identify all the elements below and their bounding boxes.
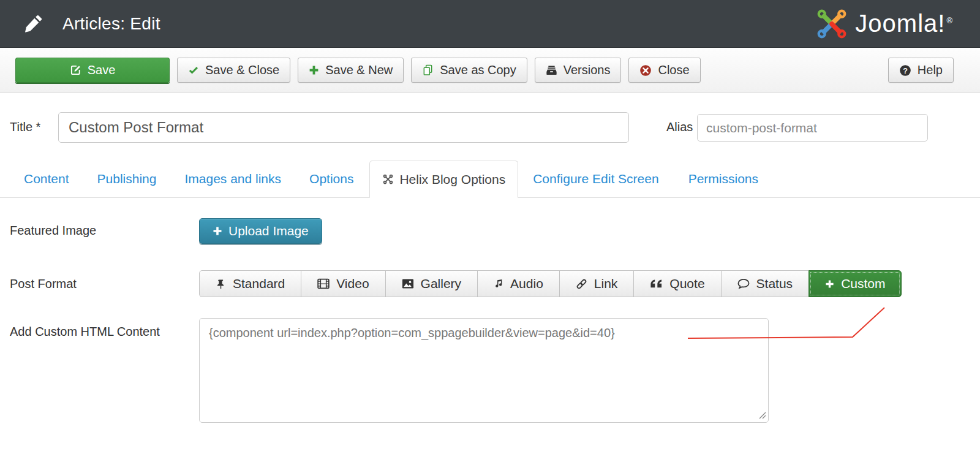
format-standard-button[interactable]: Standard: [199, 270, 301, 297]
save-as-copy-button[interactable]: Save as Copy: [411, 58, 527, 83]
versions-icon: [546, 64, 557, 76]
close-icon: [639, 64, 652, 77]
quote-icon: [650, 279, 663, 289]
link-icon: [576, 278, 587, 290]
film-icon: [317, 278, 330, 289]
resize-handle-icon[interactable]: [759, 412, 766, 419]
copy-icon: [422, 64, 434, 76]
format-video-label: Video: [336, 276, 369, 291]
speech-bubble-icon: [737, 278, 750, 289]
help-icon: ?: [899, 64, 911, 77]
pencil-icon: [23, 14, 43, 34]
format-custom-label: Custom: [841, 276, 885, 291]
tab-helix-label: Helix Blog Options: [399, 172, 505, 187]
check-icon: [188, 65, 199, 76]
tab-images-and-links[interactable]: Images and links: [184, 172, 281, 186]
toolbar: Save Save & Close Save & New Save as Cop…: [0, 48, 980, 93]
alias-label: Alias: [666, 120, 693, 134]
alias-input[interactable]: [697, 114, 928, 142]
format-video-button[interactable]: Video: [301, 270, 385, 297]
plus-icon: [213, 226, 222, 236]
custom-html-wrap: {component url=index.php?option=com_sppa…: [199, 318, 769, 423]
tab-bar: Content Publishing Images and links Opti…: [0, 161, 980, 198]
post-format-group: Standard Video Gallery Audio Link Quote: [199, 270, 902, 297]
tab-options[interactable]: Options: [309, 172, 353, 186]
format-gallery-button[interactable]: Gallery: [385, 270, 478, 297]
format-standard-label: Standard: [233, 276, 285, 291]
save-and-new-button[interactable]: Save & New: [298, 58, 404, 83]
tab-helix-blog-options[interactable]: Helix Blog Options: [369, 161, 518, 198]
versions-label: Versions: [564, 63, 611, 77]
title-input[interactable]: [58, 112, 629, 143]
format-link-button[interactable]: Link: [559, 270, 635, 297]
title-label: Title *: [10, 120, 40, 134]
joomla-brand: Joomla!®: [816, 8, 953, 40]
format-quote-label: Quote: [669, 276, 704, 291]
joomla-logo-icon: [816, 8, 848, 40]
helix-icon: [382, 173, 394, 185]
custom-html-label: Add Custom HTML Content: [10, 325, 160, 339]
tab-publishing[interactable]: Publishing: [97, 172, 157, 186]
upload-image-button[interactable]: Upload Image: [199, 218, 322, 244]
format-status-label: Status: [756, 276, 793, 291]
close-button[interactable]: Close: [628, 58, 700, 83]
joomla-wordmark: Joomla!®: [855, 10, 953, 37]
svg-text:?: ?: [903, 66, 908, 75]
tab-configure-edit-screen[interactable]: Configure Edit Screen: [533, 172, 658, 186]
close-label: Close: [658, 63, 689, 77]
post-format-label: Post Format: [10, 277, 77, 291]
featured-image-label: Featured Image: [10, 224, 96, 238]
save-and-new-label: Save & New: [325, 63, 393, 77]
save-and-close-button[interactable]: Save & Close: [177, 58, 290, 83]
save-label: Save: [88, 63, 116, 77]
plus-icon: [825, 279, 834, 289]
custom-html-textarea[interactable]: {component url=index.php?option=com_sppa…: [199, 318, 769, 423]
image-icon: [402, 278, 414, 289]
upload-image-label: Upload Image: [228, 224, 309, 238]
format-audio-label: Audio: [510, 276, 543, 291]
music-note-icon: [494, 279, 503, 289]
format-quote-button[interactable]: Quote: [633, 270, 721, 297]
save-and-close-label: Save & Close: [205, 63, 279, 77]
save-button[interactable]: Save: [15, 58, 170, 83]
pushpin-icon: [216, 279, 226, 289]
format-status-button[interactable]: Status: [721, 270, 810, 297]
format-link-label: Link: [594, 276, 618, 291]
format-audio-button[interactable]: Audio: [477, 270, 560, 297]
page-title: Articles: Edit: [62, 14, 160, 34]
versions-button[interactable]: Versions: [535, 58, 622, 83]
header-bar: Articles: Edit Joomla!®: [0, 0, 980, 48]
help-button[interactable]: ? Help: [888, 58, 954, 83]
tab-permissions[interactable]: Permissions: [688, 172, 758, 186]
save-edit-icon: [70, 64, 81, 76]
help-label: Help: [918, 63, 943, 77]
plus-icon: [309, 65, 319, 75]
format-gallery-label: Gallery: [421, 276, 462, 291]
tab-content[interactable]: Content: [24, 172, 69, 186]
save-as-copy-label: Save as Copy: [440, 63, 516, 77]
format-custom-button[interactable]: Custom: [809, 270, 902, 297]
